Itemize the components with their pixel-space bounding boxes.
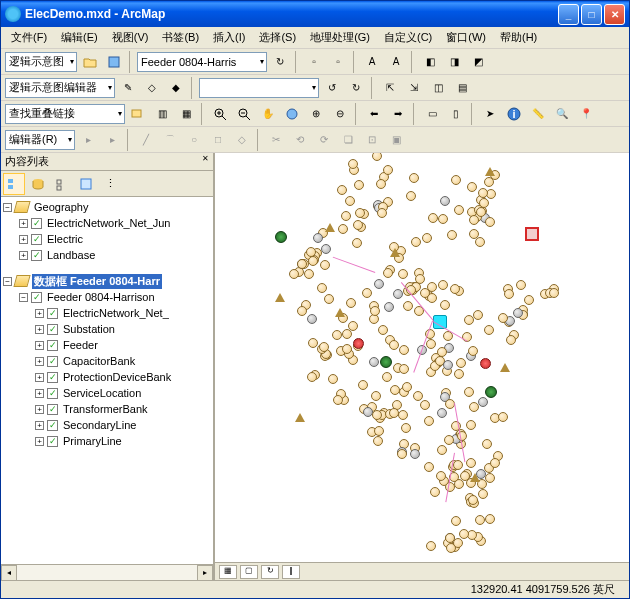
toc-list-by-selection-icon[interactable] xyxy=(75,173,97,195)
checkbox-icon[interactable]: ✓ xyxy=(31,292,42,303)
edit-d-icon[interactable]: ↺ xyxy=(321,77,343,99)
tool-b-icon[interactable]: ▫ xyxy=(327,51,349,73)
menu-view[interactable]: 视图(V) xyxy=(106,28,155,47)
tool-d-icon[interactable]: A xyxy=(385,51,407,73)
collapse-icon[interactable]: − xyxy=(3,277,12,286)
expand-icon[interactable]: + xyxy=(35,373,44,382)
find-icon[interactable]: 🔍 xyxy=(551,103,573,125)
tree-substation[interactable]: + ✓ Substation xyxy=(1,321,213,337)
fixed-zoom-in-icon[interactable]: ⊕ xyxy=(305,103,327,125)
ed-h-icon[interactable]: ✂ xyxy=(265,129,287,151)
checkbox-icon[interactable]: ✓ xyxy=(47,420,58,431)
tree-feeder[interactable]: + ✓ Feeder xyxy=(1,337,213,353)
minimize-button[interactable]: _ xyxy=(558,4,579,25)
edit-combo[interactable] xyxy=(199,78,319,98)
checkbox-icon[interactable]: ✓ xyxy=(47,436,58,447)
expand-icon[interactable]: + xyxy=(19,235,28,244)
open-icon[interactable] xyxy=(79,51,101,73)
pointer-icon[interactable]: ➤ xyxy=(479,103,501,125)
tree-elecnet[interactable]: + ✓ ElectricNetwork_Net_Jun xyxy=(1,215,213,231)
ed-m-icon[interactable]: ▣ xyxy=(385,129,407,151)
identify-icon[interactable]: i xyxy=(503,103,525,125)
expand-icon[interactable]: + xyxy=(35,389,44,398)
tree-primary[interactable]: + ✓ PrimaryLine xyxy=(1,433,213,449)
select-icon[interactable]: ▭ xyxy=(421,103,443,125)
titlebar[interactable]: ElecDemo.mxd - ArcMap _ □ ✕ xyxy=(1,1,629,27)
wizard-icon[interactable] xyxy=(103,51,125,73)
refresh-view-icon[interactable]: ↻ xyxy=(261,565,279,579)
ed-b-icon[interactable]: ▸ xyxy=(101,129,123,151)
scroll-right-icon[interactable]: ▸ xyxy=(197,565,213,581)
measure-icon[interactable]: 📏 xyxy=(527,103,549,125)
menu-file[interactable]: 文件(F) xyxy=(5,28,53,47)
ed-i-icon[interactable]: ⟲ xyxy=(289,129,311,151)
tree-service[interactable]: + ✓ ServiceLocation xyxy=(1,385,213,401)
zoom-out-icon[interactable] xyxy=(233,103,255,125)
expand-icon[interactable]: + xyxy=(19,251,28,260)
toc-options-icon[interactable]: ⋮ xyxy=(99,173,121,195)
tool-f-icon[interactable]: ◨ xyxy=(443,51,465,73)
collapse-icon[interactable]: − xyxy=(3,203,12,212)
scroll-left-icon[interactable]: ◂ xyxy=(1,565,17,581)
edit-c-icon[interactable]: ◆ xyxy=(165,77,187,99)
expand-icon[interactable]: + xyxy=(35,421,44,430)
checkbox-icon[interactable]: ✓ xyxy=(47,324,58,335)
toc-list-by-source-icon[interactable] xyxy=(27,173,49,195)
ed-a-icon[interactable]: ▸ xyxy=(77,129,99,151)
menu-bookmark[interactable]: 书签(B) xyxy=(156,28,205,47)
edit-h-icon[interactable]: ◫ xyxy=(427,77,449,99)
pause-draw-icon[interactable]: ‖ xyxy=(282,565,300,579)
toc-list-by-drawing-icon[interactable] xyxy=(3,173,25,195)
feeder-dropdown[interactable]: Feeder 0804-Harris xyxy=(137,52,267,72)
ed-c-icon[interactable]: ╱ xyxy=(135,129,157,151)
expand-icon[interactable]: + xyxy=(35,325,44,334)
menu-insert[interactable]: 插入(I) xyxy=(207,28,251,47)
expand-icon[interactable]: + xyxy=(35,437,44,446)
checkbox-icon[interactable]: ✓ xyxy=(31,250,42,261)
layer-c-icon[interactable]: ▦ xyxy=(175,103,197,125)
map-canvas[interactable] xyxy=(215,153,629,562)
tree-transformer[interactable]: + ✓ TransformerBank xyxy=(1,401,213,417)
tool-c-icon[interactable]: A xyxy=(361,51,383,73)
tree-geography[interactable]: − Geography xyxy=(1,199,213,215)
prev-extent-icon[interactable]: ⬅ xyxy=(363,103,385,125)
checkbox-icon[interactable]: ✓ xyxy=(47,308,58,319)
data-view-tab[interactable]: ▦ xyxy=(219,565,237,579)
tree-protection[interactable]: + ✓ ProtectionDeviceBank xyxy=(1,369,213,385)
zoom-in-icon[interactable] xyxy=(209,103,231,125)
checkbox-icon[interactable]: ✓ xyxy=(47,388,58,399)
clear-select-icon[interactable]: ▯ xyxy=(445,103,467,125)
tree-feeder-group[interactable]: − ✓ Feeder 0804-Harrison xyxy=(1,289,213,305)
close-button[interactable]: ✕ xyxy=(604,4,625,25)
ed-e-icon[interactable]: ○ xyxy=(183,129,205,151)
tree-electric[interactable]: + ✓ Electric xyxy=(1,231,213,247)
tree-capacitor[interactable]: + ✓ CapacitorBank xyxy=(1,353,213,369)
refresh-icon[interactable]: ↻ xyxy=(269,51,291,73)
diagram-dropdown[interactable]: 逻辑示意图 xyxy=(5,52,77,72)
expand-icon[interactable]: + xyxy=(35,341,44,350)
tool-g-icon[interactable]: ◩ xyxy=(467,51,489,73)
edit-a-icon[interactable]: ✎ xyxy=(117,77,139,99)
maximize-button[interactable]: □ xyxy=(581,4,602,25)
ed-f-icon[interactable]: □ xyxy=(207,129,229,151)
ed-g-icon[interactable]: ◇ xyxy=(231,129,253,151)
toc-header[interactable]: 内容列表 xyxy=(1,153,213,171)
checkbox-icon[interactable]: ✓ xyxy=(31,234,42,245)
edit-f-icon[interactable]: ⇱ xyxy=(379,77,401,99)
tool-a-icon[interactable]: ▫ xyxy=(303,51,325,73)
ed-l-icon[interactable]: ⊡ xyxy=(361,129,383,151)
toc-list-by-visibility-icon[interactable] xyxy=(51,173,73,195)
edit-b-icon[interactable]: ◇ xyxy=(141,77,163,99)
toc-tree[interactable]: − Geography + ✓ ElectricNetwork_Net_Jun … xyxy=(1,197,213,564)
checkbox-icon[interactable]: ✓ xyxy=(47,356,58,367)
menu-select[interactable]: 选择(S) xyxy=(253,28,302,47)
tool-e-icon[interactable]: ◧ xyxy=(419,51,441,73)
fixed-zoom-out-icon[interactable]: ⊖ xyxy=(329,103,351,125)
checkbox-icon[interactable]: ✓ xyxy=(31,218,42,229)
next-extent-icon[interactable]: ➡ xyxy=(387,103,409,125)
editor-dropdown[interactable]: 编辑器(R) xyxy=(5,130,75,150)
expand-icon[interactable]: + xyxy=(35,405,44,414)
menu-geoprocess[interactable]: 地理处理(G) xyxy=(304,28,376,47)
expand-icon[interactable]: + xyxy=(35,357,44,366)
zoom-layer-icon[interactable] xyxy=(127,103,149,125)
